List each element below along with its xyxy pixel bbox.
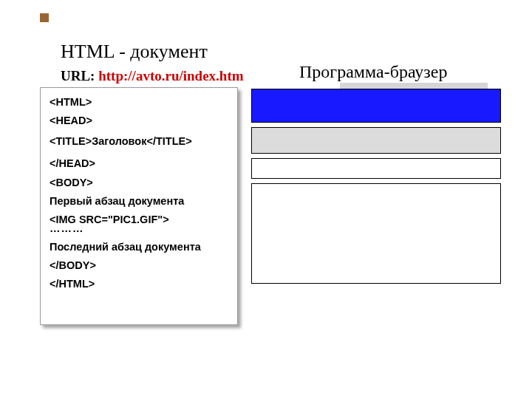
code-line: <HTML> [50, 95, 228, 109]
heading-html-document: HTML - документ [61, 41, 208, 63]
browser-titlebar [251, 89, 501, 123]
browser-address-bar [251, 158, 501, 179]
heading-browser-program: Программа-браузер [299, 62, 447, 82]
code-line: </BODY> [50, 259, 228, 272]
browser-content-area [251, 183, 501, 284]
browser-toolbar [251, 127, 501, 154]
url-label: URL: [61, 68, 98, 83]
code-line: </HTML> [50, 277, 228, 290]
accent-square [40, 13, 49, 22]
code-line: Последний абзац документа [50, 240, 228, 253]
code-line: <BODY> [50, 176, 228, 189]
html-source-panel: <HTML> <HEAD> <TITLE>Заголовок</TITLE> <… [40, 87, 238, 325]
url-value: http://avto.ru/index.htm [98, 68, 243, 83]
code-line: </HEAD> [50, 157, 228, 170]
url-row: URL: http://avto.ru/index.htm [61, 68, 244, 84]
code-line: <TITLE>Заголовок</TITLE> [50, 134, 228, 148]
browser-window [251, 89, 501, 290]
code-line: Первый абзац документа [50, 194, 228, 208]
code-line: <HEAD> [50, 114, 228, 127]
